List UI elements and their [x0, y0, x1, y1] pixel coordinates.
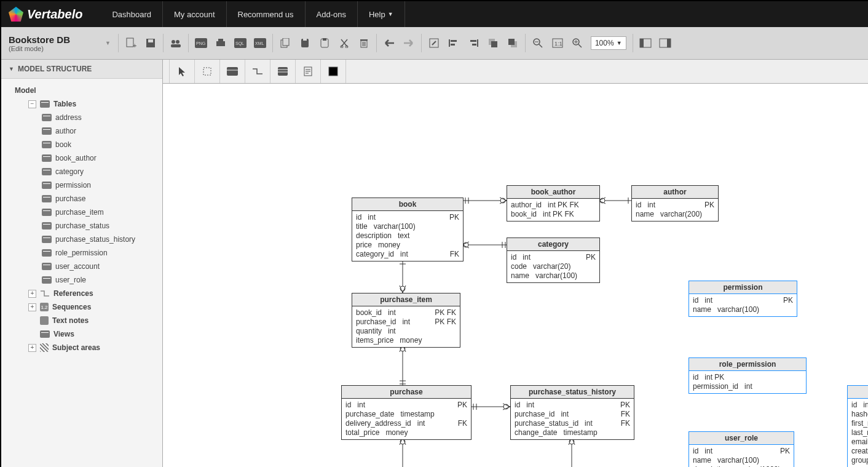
entity-user_account[interactable]: user_accountidintPKhashed_passwordvarcha… — [847, 385, 868, 467]
export-png-button[interactable]: PNG — [192, 33, 210, 53]
tree-table-book[interactable]: book — [6, 138, 162, 151]
paste-button[interactable] — [296, 33, 314, 53]
tree-table-category[interactable]: category — [6, 165, 162, 178]
add-note-tool[interactable] — [296, 60, 321, 83]
clipboard-button[interactable] — [316, 33, 333, 53]
expand-icon[interactable]: + — [28, 303, 36, 311]
column-row[interactable]: idintPK — [851, 401, 868, 410]
column-row[interactable]: group_idint — [851, 456, 868, 465]
tree-table-purchase_item[interactable]: purchase_item — [6, 206, 162, 219]
entity-user_role[interactable]: user_roleidintPKnamevarchar(100)descript… — [688, 431, 794, 467]
share-button[interactable] — [167, 33, 184, 53]
column-row[interactable]: change_datetimestamp — [515, 428, 630, 437]
save-button[interactable] — [142, 33, 159, 53]
logo[interactable]: Vertabelo — [9, 7, 82, 22]
nav-addons[interactable]: Add-ons — [306, 1, 358, 27]
column-row[interactable]: idint PK — [693, 373, 802, 382]
tree-subject-areas[interactable]: +Subject areas — [6, 341, 162, 354]
sidebar-header[interactable]: ▼ MODEL STRUCTURE — [1, 60, 162, 79]
column-row[interactable]: hashed_passwordvarchar(100) — [851, 410, 868, 419]
tree-table-role_permission[interactable]: role_permission — [6, 246, 162, 260]
column-row[interactable]: category_idintFK — [356, 250, 459, 259]
nav-dashboard[interactable]: Dashboard — [101, 1, 163, 27]
column-row[interactable]: idintPK — [636, 201, 714, 210]
tree-table-user_role[interactable]: user_role — [6, 273, 162, 287]
column-row[interactable]: idintPK — [356, 213, 459, 222]
column-row[interactable]: author_idint PK FK — [511, 201, 596, 210]
entity-purchase[interactable]: purchaseidintPKpurchase_datetimestampdel… — [341, 385, 471, 440]
column-row[interactable]: idintPK — [345, 401, 467, 410]
nav-my-account[interactable]: My account — [163, 1, 226, 27]
tree-table-address[interactable]: address — [6, 111, 162, 124]
add-reference-tool[interactable] — [245, 60, 270, 83]
column-row[interactable]: book_idint PK FK — [511, 210, 596, 219]
column-row[interactable]: namevarchar(100) — [693, 456, 790, 465]
document-title-block[interactable]: Bookstore DB (Edit mode) — [6, 34, 104, 52]
new-file-button[interactable]: + — [122, 33, 140, 53]
add-view-tool[interactable] — [270, 60, 296, 83]
entity-purchase_item[interactable]: purchase_itembook_idintPK FKpurchase_idi… — [352, 293, 460, 348]
copy-button[interactable] — [277, 33, 294, 53]
expand-icon[interactable]: + — [28, 290, 36, 298]
column-row[interactable]: titlevarchar(100) — [356, 222, 459, 231]
tree-textnotes[interactable]: Text notes — [6, 314, 162, 327]
diagram-canvas[interactable]: bookidintPKtitlevarchar(100)descriptiont… — [163, 84, 868, 467]
tree-table-book_author[interactable]: book_author — [6, 151, 162, 165]
tree-table-purchase_status[interactable]: purchase_status — [6, 219, 162, 233]
nav-help[interactable]: Help▼ — [358, 1, 405, 27]
tree-root-model[interactable]: Model — [6, 84, 162, 97]
redo-button[interactable] — [400, 33, 417, 53]
column-row[interactable]: descriptiontext — [356, 231, 459, 241]
column-row[interactable]: delivery_address_idintFK — [345, 419, 467, 428]
export-xml-button[interactable]: XML — [251, 33, 269, 53]
tree-references[interactable]: +References — [6, 287, 162, 300]
zoom-in-button[interactable] — [569, 33, 586, 53]
column-row[interactable]: quantityint — [356, 327, 456, 336]
align-right-button[interactable] — [465, 33, 482, 53]
nav-recommend[interactable]: Recommend us — [227, 1, 306, 27]
column-row[interactable]: namevarchar(200) — [636, 210, 714, 219]
column-row[interactable]: purchase_idintPK FK — [356, 317, 456, 327]
column-row[interactable]: codevarchar(20) — [511, 262, 596, 271]
column-row[interactable]: idintPK — [511, 253, 596, 262]
entity-author[interactable]: authoridintPKnamevarchar(200) — [631, 185, 719, 222]
column-row[interactable]: emailvarchar(254) — [851, 437, 868, 447]
column-row[interactable]: permission_idint — [693, 382, 802, 391]
entity-permission[interactable]: permissionidintPKnamevarchar(100) — [688, 281, 797, 317]
panel-right-toggle[interactable] — [657, 33, 674, 53]
entity-book_author[interactable]: book_authorauthor_idint PK FKbook_idint … — [507, 185, 600, 222]
column-row[interactable]: purchase_status_idintFK — [515, 419, 630, 428]
print-button[interactable] — [212, 33, 229, 53]
add-area-tool[interactable] — [321, 60, 346, 83]
zoom-fit-button[interactable]: 1:1 — [549, 33, 566, 53]
column-row[interactable]: purchase_idintFK — [515, 410, 630, 419]
tree-views[interactable]: Views — [6, 327, 162, 341]
export-sql-button[interactable]: SQL — [232, 33, 249, 53]
zoom-out-button[interactable] — [529, 33, 546, 53]
doc-dropdown-icon[interactable]: ▼ — [105, 40, 111, 46]
cut-button[interactable] — [336, 33, 353, 53]
tree-table-permission[interactable]: permission — [6, 178, 162, 192]
column-row[interactable]: first_namevarchar(100) — [851, 419, 868, 428]
column-row[interactable]: createdtimestamp — [851, 447, 868, 456]
column-row[interactable]: pricemoney — [356, 241, 459, 250]
entity-purchase_status_history[interactable]: purchase_status_historyidintPKpurchase_i… — [510, 385, 634, 440]
send-back-button[interactable] — [484, 33, 502, 53]
undo-button[interactable] — [381, 33, 398, 53]
edit-button[interactable] — [425, 33, 443, 53]
add-table-tool[interactable] — [220, 60, 245, 83]
entity-role_permission[interactable]: role_permissionidint PKpermission_idint — [688, 357, 807, 394]
column-row[interactable]: namevarchar(100) — [693, 305, 793, 314]
pointer-tool[interactable] — [169, 60, 195, 83]
column-row[interactable]: idintPK — [693, 296, 793, 305]
column-row[interactable]: idintPK — [693, 447, 790, 456]
column-row[interactable]: purchase_datetimestamp — [345, 410, 467, 419]
tree-table-author[interactable]: author — [6, 124, 162, 138]
tree-table-purchase[interactable]: purchase — [6, 192, 162, 206]
column-row[interactable]: total_pricemoney — [345, 428, 467, 437]
column-row[interactable]: idintPK — [515, 401, 630, 410]
delete-button[interactable] — [355, 33, 373, 53]
zoom-select[interactable]: 100%▼ — [591, 36, 626, 50]
tree-tables[interactable]: −Tables — [6, 97, 162, 111]
tree-sequences[interactable]: +1.2Sequences — [6, 300, 162, 314]
